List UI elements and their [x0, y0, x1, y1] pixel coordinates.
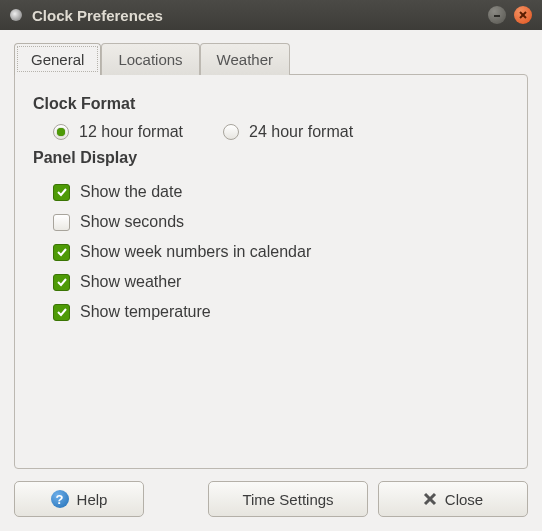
checkbox-show-date[interactable]: Show the date	[53, 177, 509, 207]
tab-weather[interactable]: Weather	[200, 43, 290, 75]
radio-label: 24 hour format	[249, 123, 353, 141]
spacer	[154, 481, 198, 517]
tab-locations[interactable]: Locations	[101, 43, 199, 75]
checkbox-icon	[53, 274, 70, 291]
window-controls	[488, 6, 532, 24]
checkbox-show-week-numbers[interactable]: Show week numbers in calendar	[53, 237, 509, 267]
checkbox-label: Show the date	[80, 183, 182, 201]
checkbox-icon	[53, 244, 70, 261]
window-title: Clock Preferences	[32, 7, 488, 24]
checkbox-label: Show temperature	[80, 303, 211, 321]
checkbox-label: Show seconds	[80, 213, 184, 231]
tab-panel-general: Clock Format 12 hour format 24 hour form…	[14, 74, 528, 469]
radio-icon	[223, 124, 239, 140]
dialog-buttons: ? Help Time Settings Close	[14, 481, 528, 517]
button-label: Time Settings	[242, 491, 333, 508]
button-label: Close	[445, 491, 483, 508]
close-button[interactable]: Close	[378, 481, 528, 517]
close-window-button[interactable]	[514, 6, 532, 24]
panel-display-options: Show the date Show seconds Show week num…	[33, 177, 509, 327]
checkbox-show-temperature[interactable]: Show temperature	[53, 297, 509, 327]
tab-general[interactable]: General	[14, 43, 101, 75]
titlebar: Clock Preferences	[0, 0, 542, 30]
checkbox-show-seconds[interactable]: Show seconds	[53, 207, 509, 237]
clock-format-options: 12 hour format 24 hour format	[33, 123, 509, 141]
radio-12-hour[interactable]: 12 hour format	[53, 123, 183, 141]
radio-24-hour[interactable]: 24 hour format	[223, 123, 353, 141]
checkbox-icon	[53, 184, 70, 201]
minimize-button[interactable]	[488, 6, 506, 24]
panel-display-heading: Panel Display	[33, 149, 509, 167]
radio-icon	[53, 124, 69, 140]
time-settings-button[interactable]: Time Settings	[208, 481, 368, 517]
checkbox-label: Show weather	[80, 273, 181, 291]
button-label: Help	[77, 491, 108, 508]
checkbox-icon	[53, 304, 70, 321]
checkbox-label: Show week numbers in calendar	[80, 243, 311, 261]
close-icon	[423, 492, 437, 506]
radio-label: 12 hour format	[79, 123, 183, 141]
content-area: General Locations Weather Clock Format 1…	[0, 30, 542, 531]
app-icon	[10, 9, 22, 21]
checkbox-icon	[53, 214, 70, 231]
help-icon: ?	[51, 490, 69, 508]
tab-bar: General Locations Weather	[14, 42, 528, 74]
clock-format-heading: Clock Format	[33, 95, 509, 113]
checkbox-show-weather[interactable]: Show weather	[53, 267, 509, 297]
help-button[interactable]: ? Help	[14, 481, 144, 517]
